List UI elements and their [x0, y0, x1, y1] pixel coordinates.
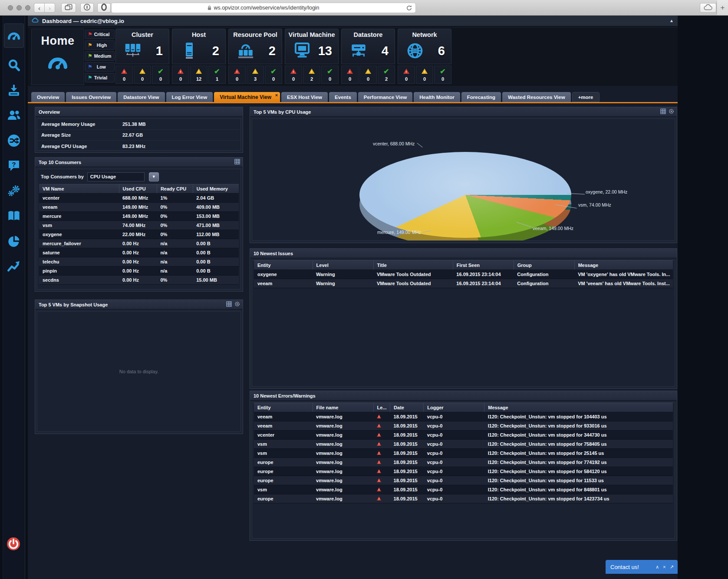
- column-header[interactable]: Date: [390, 403, 424, 412]
- ok-count-cell[interactable]: ✔0: [265, 66, 282, 84]
- column-header[interactable]: Title: [373, 261, 453, 270]
- column-header[interactable]: VM Name: [39, 184, 119, 194]
- grid-view-icon[interactable]: [226, 301, 232, 307]
- critical-count-cell[interactable]: 0: [341, 66, 359, 84]
- table-row[interactable]: secdns0.00 Hz0%15.00 MB: [39, 276, 239, 285]
- tab-more[interactable]: +more: [572, 92, 600, 102]
- critical-count-cell[interactable]: 0: [228, 66, 246, 84]
- window-close-button[interactable]: [8, 5, 13, 10]
- warning-count-cell[interactable]: 3: [247, 66, 264, 84]
- table-row[interactable]: veeam149.00 MHz0%409.00 MB: [39, 203, 239, 212]
- summary-card-host[interactable]: Host2012✔1: [172, 29, 226, 85]
- window-zoom-button[interactable]: [25, 5, 30, 10]
- column-header[interactable]: Le...: [373, 403, 390, 412]
- sidebar-item-pie-chart[interactable]: [6, 234, 22, 249]
- critical-count-cell[interactable]: 0: [285, 66, 302, 84]
- column-header[interactable]: Message: [574, 261, 673, 270]
- expand-icon[interactable]: ↗: [670, 564, 674, 570]
- tab-esx-host-view[interactable]: ESX Host View: [281, 92, 328, 102]
- table-row[interactable]: vcentervmware.log18.09.2015vcpu-0I120: C…: [254, 431, 673, 440]
- table-row[interactable]: mercure149.00 MHz0%153.00 MB: [39, 212, 239, 221]
- severity-medium[interactable]: ⚑Medium: [85, 51, 115, 61]
- column-header[interactable]: Logger: [424, 403, 484, 412]
- column-header[interactable]: Entity: [254, 261, 313, 270]
- column-header[interactable]: Used CPU: [119, 184, 157, 194]
- new-tab-button[interactable]: +: [717, 0, 728, 15]
- table-row[interactable]: telechu0.00 Hzn/a0.00 B: [39, 257, 239, 266]
- summary-card-virtual-machine[interactable]: Virtual Machine1302✔0: [285, 29, 339, 85]
- extension-button-1[interactable]: [80, 3, 94, 13]
- table-row[interactable]: vsm74.00 MHz0%471.00 MB: [39, 221, 239, 230]
- tab-wasted-resources-view[interactable]: Wasted Resources View: [502, 92, 571, 102]
- scroll-up-arrow[interactable]: ▲: [669, 18, 674, 23]
- sidebar-item-search[interactable]: [6, 57, 22, 73]
- table-row[interactable]: veeamWarningVMware Tools Outdated16.09.2…: [254, 279, 673, 288]
- extension-button-2[interactable]: [97, 3, 111, 13]
- tab-close-icon[interactable]: ×: [275, 92, 278, 98]
- tab-log-error-view[interactable]: Log Error View: [166, 92, 213, 102]
- tab-overview[interactable]: Overview: [31, 92, 65, 102]
- column-header[interactable]: First Seen: [453, 261, 514, 270]
- summary-card-resource-pool[interactable]: Resource Pool203✔0: [228, 29, 282, 85]
- downloads-cloud-button[interactable]: [700, 3, 716, 13]
- tab-datastore-view[interactable]: Datastore View: [118, 92, 165, 102]
- top-consumers-filter-select[interactable]: CPU Usage: [87, 172, 145, 181]
- sidebar-item-book[interactable]: [6, 208, 22, 224]
- contact-us-bar[interactable]: Contact us! ∧ × ↗: [606, 560, 678, 574]
- address-bar[interactable]: ws.opvizor.com/webservice/ws/identity/lo…: [111, 3, 416, 13]
- table-row[interactable]: vsmvmware.log18.09.2015vcpu-0I120: Check…: [254, 449, 673, 458]
- severity-high[interactable]: ⚑High: [85, 40, 115, 50]
- gear-icon[interactable]: [234, 301, 240, 307]
- gear-icon[interactable]: [669, 109, 674, 114]
- table-row[interactable]: europevmware.log18.09.2015vcpu-0I120: Ch…: [254, 476, 673, 485]
- chevron-down-icon[interactable]: ▼: [149, 172, 159, 181]
- table-row[interactable]: saturne0.00 Hzn/a0.00 B: [39, 248, 239, 257]
- sidebar-item-settings-gears[interactable]: [6, 183, 22, 199]
- tab-forecasting[interactable]: Forecasting: [461, 92, 501, 102]
- sidebar-item-help[interactable]: ?: [6, 158, 22, 174]
- sidebar-item-shuffle[interactable]: [6, 133, 22, 148]
- severity-critical[interactable]: ⚑Critical: [85, 30, 115, 39]
- ok-count-cell[interactable]: ✔0: [321, 66, 339, 84]
- table-row[interactable]: europevmware.log18.09.2015vcpu-0I120: Ch…: [254, 467, 673, 476]
- table-row[interactable]: europevmware.log18.09.2015vcpu-0I120: Ch…: [254, 458, 673, 467]
- column-header[interactable]: Ready CPU: [157, 184, 193, 194]
- table-row[interactable]: vsmvmware.log18.09.2015vcpu-0I120: Check…: [254, 485, 673, 494]
- table-row[interactable]: europevmware.log18.09.2015vcpu-0I120: Ch…: [254, 494, 673, 503]
- tab-health-monitor[interactable]: Health Monitor: [414, 92, 460, 102]
- table-row[interactable]: mercure_failover0.00 Hzn/a0.00 B: [39, 239, 239, 248]
- summary-card-network[interactable]: Network600✔0: [398, 29, 451, 85]
- severity-low[interactable]: ⚑Low: [85, 62, 115, 72]
- home-card[interactable]: Home: [31, 29, 84, 85]
- column-header[interactable]: Used Memory: [193, 184, 239, 194]
- critical-count-cell[interactable]: 0: [172, 66, 189, 84]
- summary-card-datastore[interactable]: Datastore400✔2: [341, 29, 395, 85]
- column-header[interactable]: Level: [313, 261, 373, 270]
- critical-count-cell[interactable]: 0: [398, 66, 415, 84]
- column-header[interactable]: File name: [313, 403, 373, 412]
- warning-count-cell[interactable]: 12: [190, 66, 208, 84]
- table-row[interactable]: oxygene22.00 MHz0%112.00 MB: [39, 230, 239, 239]
- ok-count-cell[interactable]: ✔0: [152, 66, 169, 84]
- grid-view-icon[interactable]: [660, 109, 666, 114]
- warning-count-cell[interactable]: 2: [303, 66, 320, 84]
- logout-power-button[interactable]: [6, 536, 22, 552]
- table-row[interactable]: vsmvmware.log18.09.2015vcpu-0I120: Check…: [254, 440, 673, 449]
- column-header[interactable]: Entity: [254, 403, 313, 412]
- ok-count-cell[interactable]: ✔1: [208, 66, 226, 84]
- close-icon[interactable]: ×: [663, 564, 665, 569]
- tab-issues-overview[interactable]: Issues Overview: [66, 92, 116, 102]
- warning-count-cell[interactable]: 0: [134, 66, 151, 84]
- window-minimize-button[interactable]: [16, 5, 22, 10]
- grid-view-icon[interactable]: [234, 159, 240, 164]
- critical-count-cell[interactable]: 0: [115, 66, 133, 84]
- sidebar-item-users[interactable]: [6, 108, 22, 123]
- warning-count-cell[interactable]: 0: [416, 66, 433, 84]
- sidebar-item-import[interactable]: [6, 82, 22, 98]
- summary-card-cluster[interactable]: Cluster100✔0: [115, 29, 169, 85]
- table-row[interactable]: veeamvmware.log18.09.2015vcpu-0I120: Che…: [254, 412, 673, 421]
- table-row[interactable]: vcenter688.00 MHz1%2.04 GB: [39, 194, 239, 203]
- table-row[interactable]: pinpin0.00 Hzn/a0.00 B: [39, 266, 239, 276]
- tab-events[interactable]: Events: [329, 92, 357, 102]
- tab-virtual-machine-view[interactable]: Virtual Machine View×: [214, 92, 280, 102]
